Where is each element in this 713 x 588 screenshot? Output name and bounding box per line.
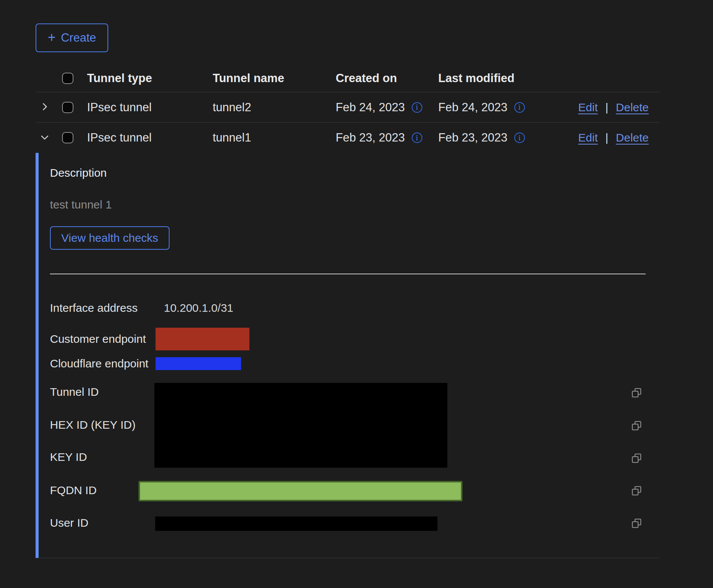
customer-endpoint-redacted-value — [156, 328, 249, 350]
fqdn-id-label: FQDN ID — [50, 484, 97, 497]
description-label: Description — [50, 166, 107, 179]
last-modified-cell: Feb 24, 2023 — [438, 101, 508, 114]
created-on-cell: Feb 24, 2023 — [336, 101, 405, 114]
tunnel-type-cell: IPsec tunnel — [87, 101, 213, 114]
edit-link[interactable]: Edit — [578, 101, 598, 114]
copy-icon — [631, 492, 642, 497]
user-id-label: User ID — [50, 516, 89, 529]
fqdn-id-redacted-value — [139, 481, 462, 501]
interface-address-label: Interface address — [50, 302, 138, 314]
column-header-tunnel-type: Tunnel type — [87, 72, 213, 85]
create-button-label: Create — [61, 31, 96, 45]
actions-separator: | — [605, 101, 608, 114]
customer-endpoint-label: Customer endpoint — [50, 333, 146, 345]
column-header-tunnel-name: Tunnel name — [213, 72, 336, 85]
table-row-tunnel1: IPsec tunnel tunnel1 Feb 23, 2023 i Feb … — [36, 123, 659, 153]
chevron-down-icon — [39, 132, 50, 144]
copy-icon — [631, 524, 642, 530]
last-modified-cell: Feb 23, 2023 — [438, 131, 508, 145]
copy-key-id-button[interactable] — [631, 453, 642, 464]
copy-icon — [631, 459, 642, 465]
tunnel-type-cell: IPsec tunnel — [87, 131, 213, 145]
copy-tunnel-id-button[interactable] — [631, 387, 642, 398]
row-checkbox[interactable] — [62, 132, 73, 143]
table-header: Tunnel type Tunnel name Created on Last … — [36, 64, 659, 92]
create-button[interactable]: + Create — [36, 23, 108, 52]
created-on-cell: Feb 23, 2023 — [336, 131, 405, 145]
copy-icon — [631, 426, 642, 432]
tunnel-details-panel: Description test tunnel 1 View health ch… — [36, 153, 659, 558]
delete-link[interactable]: Delete — [616, 131, 649, 144]
tunnels-table: Tunnel type Tunnel name Created on Last … — [36, 64, 659, 558]
cloudflare-endpoint-label: Cloudflare endpoint — [50, 357, 148, 370]
tunnel-id-label: Tunnel ID — [50, 386, 99, 398]
column-header-last-modified: Last modified — [438, 72, 552, 85]
table-row-tunnel2: IPsec tunnel tunnel2 Feb 24, 2023 i Feb … — [36, 92, 659, 123]
edit-link[interactable]: Edit — [578, 131, 598, 144]
select-all-checkbox[interactable] — [62, 73, 73, 84]
cloudflare-endpoint-redacted-value — [156, 357, 241, 370]
header-checkbox-cell — [62, 73, 87, 84]
tunnel-name-cell: tunnel2 — [213, 101, 336, 114]
view-health-checks-button[interactable]: View health checks — [50, 226, 170, 250]
user-id-redacted-value — [155, 516, 437, 531]
description-value: test tunnel 1 — [50, 198, 112, 211]
panel-divider — [50, 274, 646, 274]
info-icon[interactable]: i — [412, 132, 422, 143]
delete-link[interactable]: Delete — [616, 101, 649, 114]
tunnel-hex-key-id-redacted-values — [154, 383, 447, 468]
copy-user-id-button[interactable] — [631, 518, 642, 529]
copy-hex-id-button[interactable] — [631, 420, 642, 431]
actions-separator: | — [605, 131, 608, 144]
tunnel-name-cell: tunnel1 — [213, 131, 336, 145]
collapse-row-button[interactable] — [39, 132, 50, 144]
info-icon[interactable]: i — [412, 102, 422, 113]
expand-row-button[interactable] — [39, 101, 50, 113]
column-header-created-on: Created on — [336, 72, 438, 85]
key-id-label: KEY ID — [50, 451, 87, 464]
copy-fqdn-id-button[interactable] — [631, 485, 642, 496]
chevron-right-icon — [39, 101, 50, 113]
info-icon[interactable]: i — [514, 102, 525, 113]
interface-address-value: 10.200.1.0/31 — [164, 302, 234, 314]
copy-icon — [631, 394, 642, 399]
row-checkbox[interactable] — [62, 102, 73, 113]
plus-icon: + — [48, 31, 56, 44]
hex-id-label: HEX ID (KEY ID) — [50, 418, 135, 431]
view-health-checks-label: View health checks — [61, 232, 158, 244]
tunnels-page: + Create Tunnel type Tunnel name Created… — [0, 23, 713, 558]
info-icon[interactable]: i — [514, 132, 525, 143]
